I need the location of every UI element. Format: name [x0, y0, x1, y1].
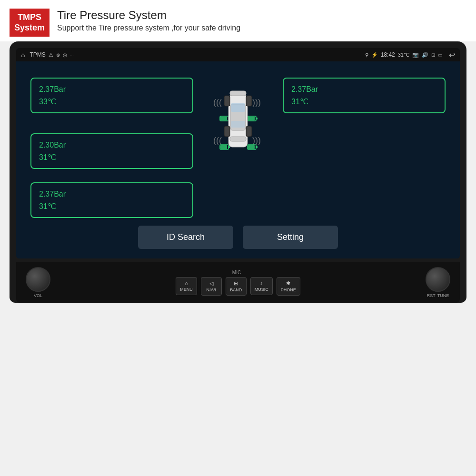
screen-icon: ▭ [438, 52, 442, 58]
phone-icon: ✱ [286, 280, 290, 287]
volume-icon: 🔊 [422, 52, 428, 58]
svg-rect-9 [248, 117, 255, 120]
car-display: ((( ))) ((( ))) [200, 71, 276, 176]
navi-button[interactable]: ◁ NAVI [201, 277, 222, 296]
id-search-button[interactable]: ID Search [138, 226, 233, 249]
time-display: 18:42 [381, 51, 395, 58]
svg-rect-18 [231, 103, 245, 112]
navi-icon: ◁ [209, 280, 213, 287]
top-banner: TMPS System Tire Pressure System Support… [0, 0, 476, 41]
menu-button[interactable]: ⌂ MENU [176, 277, 197, 295]
menu-icon: ⌂ [185, 280, 188, 286]
band-icon: ⊞ [234, 280, 238, 287]
phone-button[interactable]: ✱ PHONE [277, 277, 300, 296]
stop-icon: ⊡ [431, 52, 435, 58]
control-bar: VOL MIC ⌂ MENU ◁ NAVI ⊞ BAND ♪ [16, 262, 460, 303]
tire-grid: 2.37Bar 33℃ ((( ))) ((( ))) [30, 71, 446, 218]
music-icon: ♪ [260, 280, 263, 286]
svg-rect-21 [230, 137, 246, 141]
svg-rect-14 [256, 146, 258, 148]
svg-rect-23 [246, 96, 252, 106]
tire-fr-temp: 31℃ [291, 96, 437, 108]
svg-text:(((: ((( [213, 136, 222, 145]
tune-label: TUNE [437, 293, 449, 298]
svg-text:))): ))) [252, 98, 261, 107]
tpms-content: 2.37Bar 33℃ ((( ))) ((( ))) [16, 61, 460, 258]
vol-knob[interactable] [26, 267, 50, 292]
dots-icon: ··· [70, 52, 74, 58]
svg-rect-22 [224, 96, 230, 106]
buttons-row: ⌂ MENU ◁ NAVI ⊞ BAND ♪ MUSIC ✱ PHONE [176, 277, 300, 296]
tmps-badge: TMPS System [10, 9, 50, 37]
tire-rear-left: 2.30Bar 31℃ [30, 133, 193, 169]
svg-rect-19 [231, 121, 245, 128]
tire-fr-pressure: 2.37Bar [291, 83, 437, 96]
mic-label: MIC [232, 270, 241, 275]
svg-rect-11 [228, 146, 230, 148]
vol-label: VOL [34, 293, 42, 298]
music-button[interactable]: ♪ MUSIC [250, 277, 273, 295]
bluetooth-icon: ⚡ [371, 52, 378, 58]
rst-label: RST [427, 293, 436, 298]
svg-text:))): ))) [252, 136, 261, 145]
svg-rect-12 [220, 145, 227, 149]
home-icon[interactable]: ⌂ [21, 51, 25, 59]
svg-rect-6 [220, 117, 227, 120]
tire-rr-pressure: 2.37Bar [39, 188, 185, 200]
setting-button[interactable]: Setting [243, 226, 338, 249]
tire-front-right: 2.37Bar 31℃ [283, 78, 446, 113]
car-svg: ((( ))) ((( ))) [200, 71, 276, 176]
banner-text: Tire Pressure System Support the Tire pr… [57, 9, 240, 32]
svg-rect-25 [246, 126, 252, 137]
svg-rect-8 [256, 118, 258, 119]
svg-rect-15 [248, 145, 255, 149]
warning-icon: ⚠ [49, 52, 53, 58]
settings-icon: ◎ [63, 52, 67, 58]
temp-display: 31℃ [398, 52, 409, 58]
band-button[interactable]: ⊞ BAND [226, 277, 247, 296]
svg-text:(((: ((( [213, 98, 222, 107]
tire-rl-pressure: 2.30Bar [39, 139, 185, 151]
tpms-label: TPMS [30, 51, 45, 58]
action-buttons: ID Search Setting [30, 226, 446, 249]
back-icon[interactable]: ↩ [449, 50, 455, 60]
x-icon: ⊗ [56, 52, 60, 58]
status-bar: ⌂ TPMS ⚠ ⊗ ◎ ··· ⚲ ⚡ 18:42 31℃ 📷 🔊 ⊡ ▭ ↩ [16, 48, 460, 61]
tire-front-left: 2.37Bar 33℃ [30, 78, 193, 113]
svg-rect-20 [230, 91, 246, 96]
camera-icon: 📷 [412, 52, 419, 58]
banner-title: Tire Pressure System [57, 9, 240, 22]
screen: ⌂ TPMS ⚠ ⊗ ◎ ··· ⚲ ⚡ 18:42 31℃ 📷 🔊 ⊡ ▭ ↩… [16, 48, 460, 258]
tire-fl-temp: 33℃ [39, 96, 185, 108]
location-icon: ⚲ [365, 52, 368, 58]
rst-knob-group: RST TUNE [426, 267, 450, 298]
svg-rect-24 [224, 126, 230, 137]
tire-rr-temp: 31℃ [39, 200, 185, 213]
rst-knob[interactable] [426, 267, 450, 292]
tire-fl-pressure: 2.37Bar [39, 83, 185, 96]
tire-rl-temp: 31℃ [39, 151, 185, 164]
banner-subtitle: Support the Tire pressure system ,for yo… [57, 24, 240, 32]
car-unit: ⌂ TPMS ⚠ ⊗ ◎ ··· ⚲ ⚡ 18:42 31℃ 📷 🔊 ⊡ ▭ ↩… [10, 41, 466, 303]
tire-rear-right: 2.37Bar 31℃ [30, 182, 193, 218]
vol-knob-group: VOL [26, 267, 50, 298]
